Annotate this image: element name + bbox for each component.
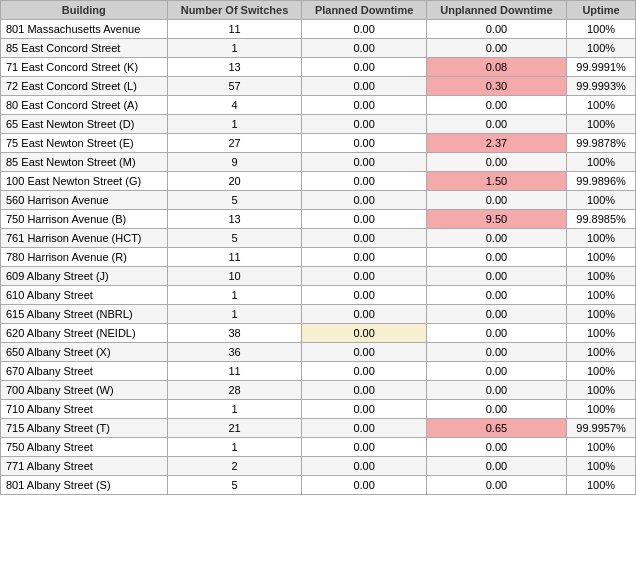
table-row: 710 Albany Street10.000.00100% [1,400,636,419]
table-cell: 0.00 [302,343,426,362]
table-cell: 0.00 [426,476,566,495]
table-cell: 85 East Concord Street [1,39,168,58]
table-row: 750 Harrison Avenue (B)130.009.5099.8985… [1,210,636,229]
table-cell: 0.00 [426,229,566,248]
table-cell: 65 East Newton Street (D) [1,115,168,134]
table-cell: 100% [567,286,636,305]
table-cell: 0.65 [426,419,566,438]
table-cell: 100% [567,191,636,210]
table-row: 100 East Newton Street (G)200.001.5099.9… [1,172,636,191]
table-cell: 75 East Newton Street (E) [1,134,168,153]
table-cell: 71 East Concord Street (K) [1,58,168,77]
table-cell: 801 Massachusetts Avenue [1,20,168,39]
table-row: 700 Albany Street (W)280.000.00100% [1,381,636,400]
table-header-row: Building Number Of Switches Planned Down… [1,1,636,20]
table-cell: 0.00 [426,362,566,381]
table-row: 85 East Newton Street (M)90.000.00100% [1,153,636,172]
table-cell: 0.00 [302,400,426,419]
table-cell: 0.00 [302,248,426,267]
table-cell: 0.00 [426,115,566,134]
table-cell: 0.00 [302,305,426,324]
table-cell: 0.00 [426,324,566,343]
col-header-unplanned: Unplanned Downtime [426,1,566,20]
table-cell: 11 [167,362,302,381]
table-cell: 100% [567,229,636,248]
table-cell: 0.00 [426,305,566,324]
table-cell: 99.9896% [567,172,636,191]
table-row: 771 Albany Street20.000.00100% [1,457,636,476]
table-cell: 0.00 [302,419,426,438]
table-cell: 0.00 [302,191,426,210]
table-row: 560 Harrison Avenue50.000.00100% [1,191,636,210]
table-cell: 0.00 [302,267,426,286]
table-cell: 21 [167,419,302,438]
table-row: 72 East Concord Street (L)570.000.3099.9… [1,77,636,96]
table-cell: 100% [567,39,636,58]
table-cell: 0.00 [426,191,566,210]
table-cell: 38 [167,324,302,343]
table-cell: 0.00 [302,39,426,58]
table-row: 65 East Newton Street (D)10.000.00100% [1,115,636,134]
table-cell: 0.08 [426,58,566,77]
table-cell: 28 [167,381,302,400]
table-cell: 100% [567,96,636,115]
table-cell: 13 [167,58,302,77]
table-cell: 5 [167,476,302,495]
table-cell: 0.00 [426,96,566,115]
table-cell: 13 [167,210,302,229]
col-header-planned: Planned Downtime [302,1,426,20]
table-cell: 100% [567,305,636,324]
table-cell: 100% [567,324,636,343]
table-cell: 700 Albany Street (W) [1,381,168,400]
table-cell: 5 [167,191,302,210]
table-row: 750 Albany Street10.000.00100% [1,438,636,457]
table-cell: 72 East Concord Street (L) [1,77,168,96]
table-row: 71 East Concord Street (K)130.000.0899.9… [1,58,636,77]
table-row: 780 Harrison Avenue (R)110.000.00100% [1,248,636,267]
table-cell: 650 Albany Street (X) [1,343,168,362]
table-cell: 771 Albany Street [1,457,168,476]
col-header-switches: Number Of Switches [167,1,302,20]
table-cell: 0.30 [426,77,566,96]
table-cell: 100% [567,400,636,419]
table-row: 620 Albany Street (NEIDL)380.000.00100% [1,324,636,343]
table-row: 715 Albany Street (T)210.000.6599.9957% [1,419,636,438]
table-cell: 1 [167,400,302,419]
table-row: 761 Harrison Avenue (HCT)50.000.00100% [1,229,636,248]
table-cell: 670 Albany Street [1,362,168,381]
table-cell: 100% [567,153,636,172]
table-cell: 11 [167,20,302,39]
table-cell: 715 Albany Street (T) [1,419,168,438]
table-cell: 0.00 [426,400,566,419]
table-cell: 609 Albany Street (J) [1,267,168,286]
table-cell: 0.00 [426,381,566,400]
table-row: 615 Albany Street (NBRL)10.000.00100% [1,305,636,324]
table-row: 80 East Concord Street (A)40.000.00100% [1,96,636,115]
table-row: 85 East Concord Street10.000.00100% [1,39,636,58]
table-cell: 5 [167,229,302,248]
table-cell: 0.00 [302,96,426,115]
table-cell: 0.00 [302,115,426,134]
table-cell: 20 [167,172,302,191]
table-cell: 0.00 [302,172,426,191]
table-cell: 9.50 [426,210,566,229]
table-cell: 9 [167,153,302,172]
table-cell: 0.00 [302,362,426,381]
table-row: 801 Albany Street (S)50.000.00100% [1,476,636,495]
table-cell: 0.00 [426,153,566,172]
col-header-building: Building [1,1,168,20]
table-row: 670 Albany Street110.000.00100% [1,362,636,381]
table-cell: 99.9993% [567,77,636,96]
table-cell: 0.00 [426,39,566,58]
table-cell: 2 [167,457,302,476]
table-cell: 1.50 [426,172,566,191]
table-cell: 0.00 [426,343,566,362]
table-cell: 0.00 [302,286,426,305]
table-cell: 620 Albany Street (NEIDL) [1,324,168,343]
table-cell: 0.00 [302,153,426,172]
table-cell: 80 East Concord Street (A) [1,96,168,115]
table-cell: 36 [167,343,302,362]
table-cell: 615 Albany Street (NBRL) [1,305,168,324]
table-cell: 0.00 [302,381,426,400]
table-cell: 0.00 [302,438,426,457]
